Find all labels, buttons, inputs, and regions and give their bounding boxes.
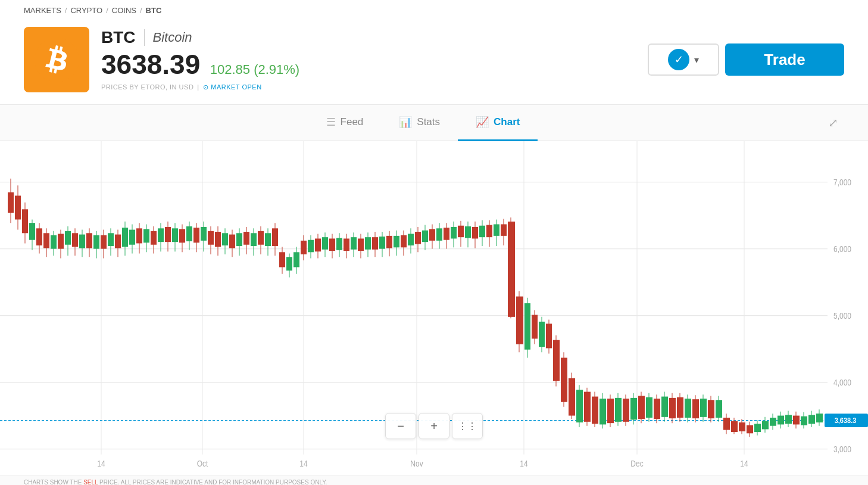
svg-rect-42 <box>58 234 64 248</box>
tab-stats-label: Stats <box>417 116 440 128</box>
coin-meta: PRICES BY ETORO, IN USD | ⊙ MARKET OPEN <box>101 83 636 91</box>
svg-rect-128 <box>365 237 371 250</box>
svg-rect-162 <box>486 225 492 238</box>
coin-ticker: BTC <box>101 28 136 47</box>
svg-rect-50 <box>86 233 92 248</box>
svg-rect-244 <box>801 416 807 425</box>
svg-rect-178 <box>546 324 552 348</box>
svg-rect-198 <box>623 399 629 422</box>
market-status: ⊙ MARKET OPEN <box>203 83 262 91</box>
svg-text:Dec: Dec <box>630 459 644 469</box>
stats-icon: 📊 <box>399 116 412 129</box>
svg-rect-240 <box>785 415 792 424</box>
svg-rect-222 <box>716 400 722 418</box>
share-button[interactable]: ⋮⋮ <box>452 413 483 439</box>
svg-rect-214 <box>685 399 691 418</box>
svg-rect-150 <box>444 228 449 240</box>
share-icon: ⋮⋮ <box>458 421 477 432</box>
svg-text:4,000: 4,000 <box>833 378 851 388</box>
svg-rect-200 <box>630 398 637 420</box>
svg-rect-158 <box>472 227 478 238</box>
svg-rect-74 <box>172 228 178 242</box>
coin-fullname: Bitcoin <box>153 30 192 45</box>
svg-rect-46 <box>72 233 78 247</box>
svg-rect-182 <box>561 357 567 402</box>
breadcrumb-coins[interactable]: COINS <box>112 6 136 15</box>
svg-rect-32 <box>22 209 28 233</box>
svg-text:6,000: 6,000 <box>833 245 851 254</box>
breadcrumb-current: BTC <box>146 6 162 15</box>
svg-rect-120 <box>336 238 342 250</box>
svg-rect-194 <box>607 399 614 423</box>
coin-header: BTC Bitcoin 3638.39 102.85 (2.91%) PRICE… <box>0 21 868 105</box>
coin-name-row: BTC Bitcoin <box>101 28 636 47</box>
svg-rect-218 <box>700 399 707 417</box>
chart-controls: − + ⋮⋮ <box>385 413 483 439</box>
tab-chart[interactable]: 📈 Chart <box>458 105 538 141</box>
svg-rect-130 <box>372 237 378 250</box>
svg-rect-106 <box>286 257 292 271</box>
svg-rect-70 <box>158 228 164 242</box>
svg-rect-186 <box>576 390 583 422</box>
svg-rect-124 <box>351 237 357 250</box>
svg-rect-40 <box>51 235 57 249</box>
expand-button[interactable]: ⤢ <box>822 110 844 136</box>
breadcrumb-markets[interactable]: MARKETS <box>24 6 61 15</box>
trade-button[interactable]: Trade <box>725 43 844 76</box>
chart-area: 7,000 6,000 5,000 4,000 3,000 3,638.3 14… <box>0 141 868 475</box>
svg-rect-180 <box>553 340 560 381</box>
svg-rect-110 <box>301 241 307 254</box>
zoom-in-button[interactable]: + <box>419 413 449 439</box>
svg-rect-192 <box>600 399 606 424</box>
svg-rect-168 <box>508 222 515 317</box>
svg-text:5,000: 5,000 <box>833 312 851 321</box>
chart-icon: 📈 <box>476 116 489 129</box>
svg-rect-118 <box>329 238 335 251</box>
svg-rect-84 <box>208 231 214 245</box>
svg-rect-96 <box>251 233 257 246</box>
svg-rect-88 <box>222 233 228 245</box>
svg-text:14: 14 <box>97 459 105 469</box>
svg-rect-148 <box>436 228 442 241</box>
svg-rect-92 <box>236 233 242 246</box>
svg-rect-144 <box>422 231 428 242</box>
tab-feed[interactable]: ☰ Feed <box>308 105 382 141</box>
svg-rect-154 <box>458 226 464 237</box>
tab-stats[interactable]: 📊 Stats <box>381 105 458 141</box>
name-divider <box>144 29 145 46</box>
svg-rect-208 <box>661 397 668 417</box>
svg-rect-142 <box>415 232 421 244</box>
svg-rect-238 <box>778 416 784 425</box>
svg-rect-44 <box>65 231 71 245</box>
svg-rect-212 <box>677 397 683 418</box>
disclaimer-highlight: SELL <box>83 479 98 485</box>
svg-rect-36 <box>36 228 42 245</box>
svg-rect-38 <box>43 233 49 248</box>
svg-rect-152 <box>451 227 457 238</box>
svg-rect-164 <box>494 224 499 235</box>
svg-rect-62 <box>129 230 135 245</box>
svg-rect-82 <box>201 227 207 241</box>
svg-rect-60 <box>122 228 128 247</box>
svg-rect-90 <box>229 235 235 248</box>
bitcoin-icon <box>35 38 79 82</box>
plus-icon: + <box>430 419 438 433</box>
svg-rect-54 <box>101 235 107 249</box>
zoom-out-button[interactable]: − <box>385 413 416 439</box>
breadcrumb-crypto[interactable]: CRYPTO <box>70 6 102 15</box>
svg-rect-78 <box>186 226 192 241</box>
svg-rect-176 <box>539 322 545 347</box>
coin-change: 102.85 (2.91%) <box>210 62 299 77</box>
svg-rect-172 <box>524 303 530 350</box>
svg-rect-160 <box>479 226 485 237</box>
svg-rect-232 <box>754 424 761 432</box>
svg-text:14: 14 <box>740 459 748 469</box>
svg-rect-140 <box>408 234 414 245</box>
svg-rect-80 <box>193 228 199 242</box>
clock-icon: ⊙ <box>203 83 209 91</box>
svg-rect-202 <box>638 396 645 419</box>
coin-price-row: 3638.39 102.85 (2.91%) <box>101 49 636 80</box>
feed-icon: ☰ <box>326 116 336 129</box>
watchlist-button[interactable]: ✓ ▾ <box>648 43 719 76</box>
tab-bar: ☰ Feed 📊 Stats 📈 Chart ⤢ <box>0 105 868 141</box>
